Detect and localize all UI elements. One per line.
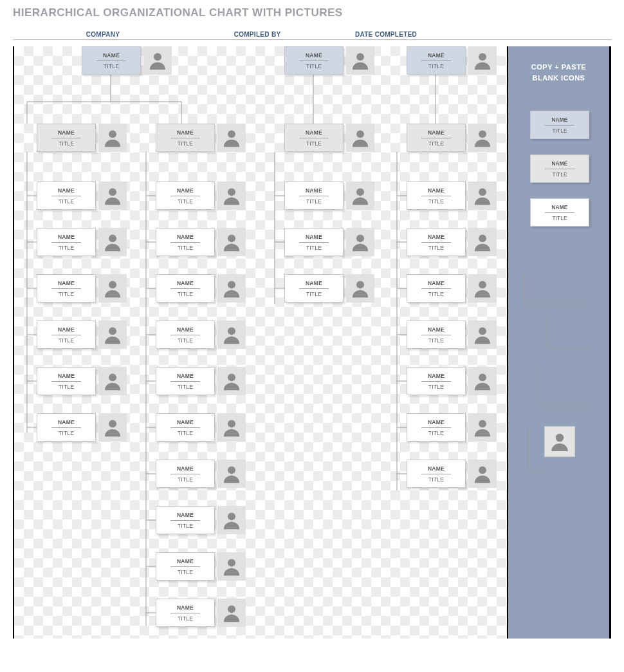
org-node-card[interactable]: NAME TITLE xyxy=(284,124,344,152)
avatar-placeholder[interactable] xyxy=(217,552,246,581)
org-node-title[interactable]: TITLE xyxy=(428,138,445,147)
avatar-placeholder[interactable] xyxy=(217,506,246,534)
org-node[interactable]: NAME TITLE xyxy=(284,46,374,75)
org-node[interactable]: NAME TITLE xyxy=(284,228,374,256)
avatar-placeholder[interactable] xyxy=(468,182,497,210)
avatar-placeholder[interactable] xyxy=(98,367,127,395)
org-node-title[interactable]: TITLE xyxy=(428,289,445,297)
org-node-title[interactable]: TITLE xyxy=(178,335,194,344)
org-node-name[interactable]: NAME xyxy=(421,465,451,474)
blank-card-mid[interactable]: NAME TITLE xyxy=(530,154,589,183)
org-node[interactable]: NAME TITLE xyxy=(407,413,497,442)
org-node[interactable]: NAME TITLE xyxy=(407,124,497,152)
org-node-title[interactable]: TITLE xyxy=(178,567,194,575)
org-node[interactable]: NAME TITLE xyxy=(407,367,497,395)
org-node[interactable]: NAME TITLE xyxy=(156,460,246,488)
org-node-card[interactable]: NAME TITLE xyxy=(37,274,96,303)
avatar-placeholder[interactable] xyxy=(217,413,246,442)
org-node-card[interactable]: NAME TITLE xyxy=(407,274,466,303)
blank-card-top[interactable]: NAME TITLE xyxy=(530,111,589,139)
header-compiled-by-label[interactable]: COMPILED BY xyxy=(193,31,322,38)
org-node-title[interactable]: TITLE xyxy=(428,196,445,205)
org-node[interactable]: NAME TITLE xyxy=(37,274,127,303)
avatar-placeholder[interactable] xyxy=(346,124,374,152)
org-node-name[interactable]: NAME xyxy=(51,234,81,243)
org-node-name[interactable]: NAME xyxy=(51,187,81,196)
org-node[interactable]: NAME TITLE xyxy=(37,413,127,442)
org-node[interactable]: NAME TITLE xyxy=(156,124,246,152)
blank-card-leaf[interactable]: NAME TITLE xyxy=(530,198,589,227)
org-node-name[interactable]: NAME xyxy=(299,129,329,138)
org-node-name[interactable]: NAME xyxy=(421,234,451,243)
org-node-title[interactable]: TITLE xyxy=(306,138,322,147)
org-node-title[interactable]: TITLE xyxy=(428,382,445,390)
org-node-title[interactable]: TITLE xyxy=(178,138,194,147)
org-node[interactable]: NAME TITLE xyxy=(37,182,127,210)
org-node[interactable]: NAME TITLE xyxy=(407,274,497,303)
avatar-placeholder[interactable] xyxy=(468,321,497,349)
org-node[interactable]: NAME TITLE xyxy=(407,228,497,256)
org-node-card[interactable]: NAME TITLE xyxy=(37,182,96,210)
org-node-name[interactable]: NAME xyxy=(421,52,451,61)
org-node-card[interactable]: NAME TITLE xyxy=(407,182,466,210)
org-node[interactable]: NAME TITLE xyxy=(156,599,246,627)
org-node-title[interactable]: TITLE xyxy=(178,428,194,436)
org-node-title[interactable]: TITLE xyxy=(178,474,194,483)
org-node-card[interactable]: NAME TITLE xyxy=(284,46,344,75)
org-node-name[interactable]: NAME xyxy=(51,373,81,382)
org-node[interactable]: NAME TITLE xyxy=(407,182,497,210)
org-node-name[interactable]: NAME xyxy=(170,234,200,243)
org-node[interactable]: NAME TITLE xyxy=(156,228,246,256)
avatar-placeholder[interactable] xyxy=(468,367,497,395)
org-node-card[interactable]: NAME TITLE xyxy=(407,46,466,75)
org-node-name[interactable]: NAME xyxy=(96,52,126,61)
org-node-title[interactable]: TITLE xyxy=(306,61,322,70)
org-node-title[interactable]: TITLE xyxy=(306,196,322,205)
org-node-name[interactable]: NAME xyxy=(170,419,200,428)
org-node-name[interactable]: NAME xyxy=(170,512,200,521)
org-node-title[interactable]: TITLE xyxy=(428,474,445,483)
org-node-title[interactable]: TITLE xyxy=(306,243,322,251)
org-node-card[interactable]: NAME TITLE xyxy=(407,413,466,442)
org-node-name[interactable]: NAME xyxy=(170,604,200,613)
org-node-title[interactable]: TITLE xyxy=(59,428,75,436)
org-node-card[interactable]: NAME TITLE xyxy=(407,228,466,256)
avatar-placeholder[interactable] xyxy=(217,124,246,152)
org-node-card[interactable]: NAME TITLE xyxy=(156,124,215,152)
org-node-card[interactable]: NAME TITLE xyxy=(156,413,215,442)
org-node[interactable]: NAME TITLE xyxy=(37,321,127,349)
avatar-placeholder[interactable] xyxy=(468,46,497,75)
org-node-card[interactable]: NAME TITLE xyxy=(37,321,96,349)
org-node-title[interactable]: TITLE xyxy=(178,521,194,529)
org-node-title[interactable]: TITLE xyxy=(59,382,75,390)
org-node-name[interactable]: NAME xyxy=(51,280,81,289)
avatar-placeholder[interactable] xyxy=(217,321,246,349)
avatar-placeholder[interactable] xyxy=(468,124,497,152)
avatar-placeholder[interactable] xyxy=(98,228,127,256)
org-node-name[interactable]: NAME xyxy=(421,326,451,335)
org-node-title[interactable]: TITLE xyxy=(178,243,194,251)
avatar-placeholder[interactable] xyxy=(217,599,246,627)
avatar-placeholder[interactable] xyxy=(346,46,374,75)
org-node-title[interactable]: TITLE xyxy=(59,196,75,205)
org-node[interactable]: NAME TITLE xyxy=(37,228,127,256)
org-node-card[interactable]: NAME TITLE xyxy=(156,367,215,395)
org-node-title[interactable]: TITLE xyxy=(428,61,445,70)
org-node-title[interactable]: TITLE xyxy=(59,243,75,251)
avatar-placeholder[interactable] xyxy=(346,228,374,256)
avatar-placeholder[interactable] xyxy=(217,460,246,488)
org-node-name[interactable]: NAME xyxy=(421,187,451,196)
org-node-card[interactable]: NAME TITLE xyxy=(407,460,466,488)
org-node-name[interactable]: NAME xyxy=(299,187,329,196)
org-node[interactable]: NAME TITLE xyxy=(156,182,246,210)
avatar-placeholder[interactable] xyxy=(98,274,127,303)
org-node-card[interactable]: NAME TITLE xyxy=(284,274,344,303)
org-node-name[interactable]: NAME xyxy=(170,129,200,138)
org-node[interactable]: NAME TITLE xyxy=(156,274,246,303)
org-node[interactable]: NAME TITLE xyxy=(284,182,374,210)
org-node-name[interactable]: NAME xyxy=(299,52,329,61)
org-node-title[interactable]: TITLE xyxy=(59,138,75,147)
org-node-card[interactable]: NAME TITLE xyxy=(156,321,215,349)
org-node-card[interactable]: NAME TITLE xyxy=(407,321,466,349)
avatar-placeholder[interactable] xyxy=(346,182,374,210)
